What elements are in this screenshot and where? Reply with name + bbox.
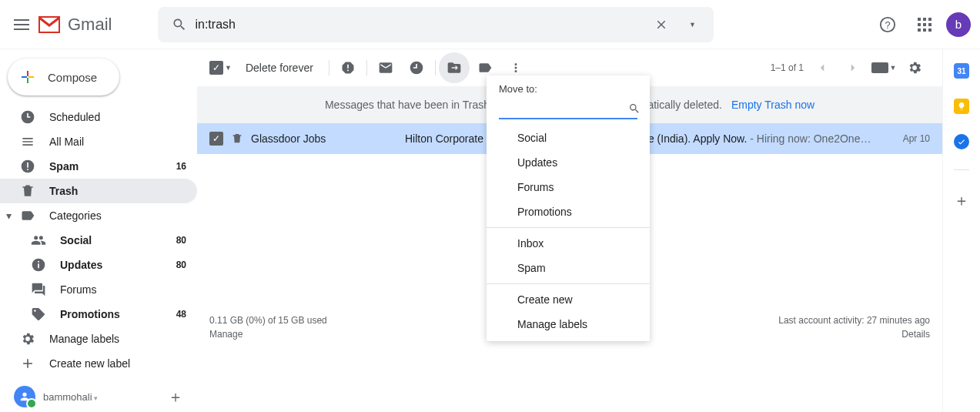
help-icon: ? <box>879 16 896 33</box>
new-chat-button[interactable]: ＋ <box>168 387 183 407</box>
gmail-wordmark: Gmail <box>68 15 112 35</box>
spam-icon <box>340 60 356 75</box>
message-text: Hilton Corporate is hiring a Housekeepin… <box>405 132 895 145</box>
select-all-checkbox[interactable]: ✓ <box>209 61 223 75</box>
sidebar-item-all-mail[interactable]: All Mail <box>0 129 197 154</box>
hangouts-username[interactable]: bammohali <box>43 391 98 403</box>
tasks-addon[interactable] <box>954 134 969 149</box>
report-spam-button[interactable] <box>333 52 363 83</box>
spam-icon <box>20 159 35 174</box>
person-icon <box>18 390 31 403</box>
move-to-option-promotions[interactable]: Promotions <box>487 199 650 224</box>
move-to-option-updates[interactable]: Updates <box>487 150 650 175</box>
check-icon <box>957 137 966 146</box>
gmail-logo[interactable]: Gmail <box>37 12 112 37</box>
label-icon <box>20 208 35 223</box>
svg-text:?: ? <box>885 18 890 30</box>
tag-icon <box>31 306 46 322</box>
input-tools-button[interactable]: ▼ <box>868 52 899 83</box>
hangouts-bar: bammohali ＋ <box>0 386 197 407</box>
details-link[interactable]: Details <box>901 329 930 340</box>
account-avatar[interactable]: b <box>946 12 971 37</box>
apps-button[interactable] <box>909 9 940 40</box>
move-to-option-spam[interactable]: Spam <box>487 256 650 280</box>
manage-storage-link[interactable]: Manage <box>209 329 242 340</box>
chevron-left-icon <box>815 61 829 75</box>
search-options-button[interactable]: ▼ <box>677 9 707 40</box>
menu-button[interactable] <box>6 9 37 40</box>
move-to-option-forums[interactable]: Forums <box>487 175 650 199</box>
sidebar-item-categories[interactable]: ▾Categories <box>0 203 197 228</box>
apps-icon <box>918 18 932 32</box>
svg-rect-8 <box>918 28 921 32</box>
clock-send-icon <box>20 109 35 125</box>
close-icon <box>654 18 668 32</box>
svg-rect-9 <box>923 28 926 32</box>
move-to-menu: Move to: SocialUpdatesForumsPromotionsIn… <box>487 75 650 341</box>
support-button[interactable]: ? <box>872 9 903 40</box>
search-icon <box>172 17 187 32</box>
snooze-button[interactable] <box>401 52 432 83</box>
compose-button[interactable]: Compose <box>8 59 119 95</box>
move-to-option-create-new[interactable]: Create new <box>487 287 650 312</box>
svg-rect-5 <box>918 23 921 26</box>
mail-icon <box>378 60 393 75</box>
plus-multicolor-icon <box>18 68 37 86</box>
sidebar-item-social[interactable]: Social80 <box>0 228 197 253</box>
side-panel: 31 ＋ <box>943 49 980 412</box>
empty-trash-link[interactable]: Empty Trash now <box>731 99 814 111</box>
sidebar-item-label: Trash <box>49 185 78 197</box>
svg-rect-2 <box>918 18 921 21</box>
chevron-down-icon: ▼ <box>890 64 897 72</box>
keyboard-icon <box>871 62 888 73</box>
info-icon <box>31 257 46 273</box>
sidebar-item-spam[interactable]: Spam16 <box>0 154 197 179</box>
chevron-down-icon: ▾ <box>6 209 15 222</box>
search-icon <box>628 102 641 115</box>
sidebar-item-count: 80 <box>176 260 186 270</box>
mark-unread-button[interactable] <box>370 52 401 83</box>
plus-icon <box>20 356 35 371</box>
message-date: Apr 10 <box>903 133 930 144</box>
get-addons-button[interactable]: ＋ <box>954 190 969 211</box>
sidebar-item-trash[interactable]: Trash <box>0 179 197 203</box>
svg-rect-3 <box>923 18 926 21</box>
move-to-option-social[interactable]: Social <box>487 126 650 150</box>
move-to-option-manage-labels[interactable]: Manage labels <box>487 312 650 337</box>
sidebar-item-scheduled[interactable]: Scheduled <box>0 105 197 129</box>
select-dropdown[interactable]: ▼ <box>225 64 232 72</box>
sidebar-item-manage-labels[interactable]: Manage labels <box>0 327 197 351</box>
delete-forever-button[interactable]: Delete forever <box>246 62 313 74</box>
newer-button[interactable] <box>807 52 838 83</box>
chevron-right-icon <box>846 61 860 75</box>
settings-button[interactable] <box>899 52 930 83</box>
sidebar-item-forums[interactable]: Forums <box>0 277 197 302</box>
sidebar-item-create-new-label[interactable]: Create new label <box>0 351 197 376</box>
chevron-down-icon: ▼ <box>689 21 696 28</box>
svg-rect-10 <box>928 28 932 32</box>
sidebar-item-updates[interactable]: Updates80 <box>0 253 197 277</box>
sidebar-item-count: 16 <box>176 161 186 172</box>
label-icon <box>477 60 493 75</box>
activity-text: Last account activity: 27 minutes ago <box>778 313 930 327</box>
older-button[interactable] <box>838 52 868 83</box>
gear-icon <box>20 331 35 347</box>
keep-addon[interactable] <box>954 99 969 114</box>
move-to-button[interactable] <box>439 52 470 83</box>
svg-rect-7 <box>928 23 932 26</box>
search-input[interactable] <box>195 18 646 32</box>
move-to-search-input[interactable] <box>499 103 628 115</box>
trash-icon <box>20 183 35 199</box>
svg-rect-16 <box>38 261 39 263</box>
sidebar-item-label: Forums <box>60 283 96 296</box>
sidebar-item-promotions[interactable]: Promotions48 <box>0 302 197 327</box>
message-checkbox[interactable]: ✓ <box>209 132 223 146</box>
hangouts-avatar[interactable] <box>14 386 35 407</box>
move-to-option-inbox[interactable]: Inbox <box>487 231 650 256</box>
calendar-addon[interactable]: 31 <box>954 63 969 79</box>
clear-search-button[interactable] <box>646 9 677 40</box>
search-bar: ▼ <box>158 7 714 42</box>
svg-rect-12 <box>27 162 28 168</box>
more-vert-icon <box>509 61 523 75</box>
search-button[interactable] <box>164 9 195 40</box>
